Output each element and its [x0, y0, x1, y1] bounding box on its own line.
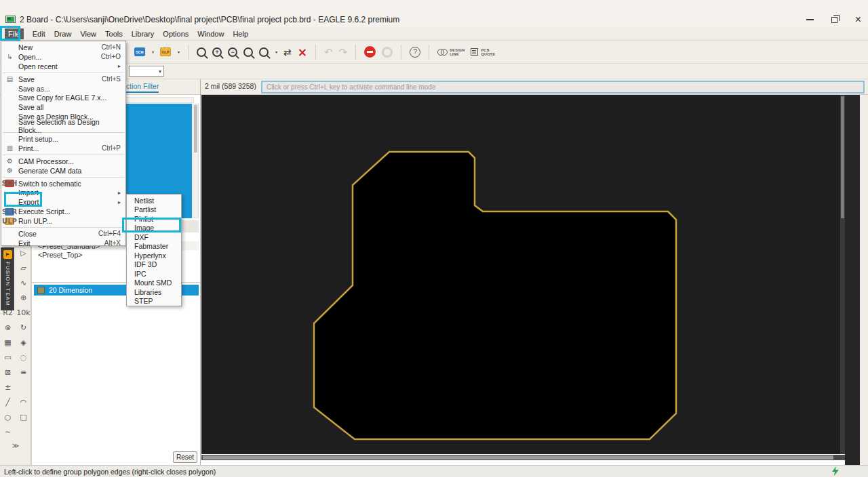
menu-item-import[interactable]: Import ▸ — [1, 188, 125, 197]
menu-item-export[interactable]: Export ▸ — [1, 197, 125, 207]
menubar-item-tools[interactable]: Tools — [105, 30, 123, 38]
tool-icon[interactable]: ⊠ — [0, 365, 16, 380]
ripup-icon[interactable]: × — [298, 45, 307, 59]
tool-icon[interactable]: ∼ — [0, 424, 16, 439]
submenu-item-pinlist[interactable]: Pinlist — [127, 214, 181, 224]
help-icon[interactable]: ? — [410, 47, 420, 58]
menu-bar: File Edit Draw View Tools Library Option… — [0, 27, 868, 41]
tool-icon[interactable]: ∿ — [16, 275, 31, 290]
tool-icon[interactable]: ◌ — [16, 350, 31, 365]
zoom-select-icon[interactable] — [243, 47, 253, 57]
tool-icon[interactable]: ⊕ — [16, 290, 31, 305]
submenu-item-libraries[interactable]: Libraries — [127, 287, 181, 297]
tool-icon[interactable]: ╱ — [0, 394, 16, 409]
restore-button-icon[interactable] — [831, 17, 837, 23]
tool-icon[interactable]: ⊗ — [0, 320, 16, 335]
submenu-item-image[interactable]: Image — [127, 224, 181, 233]
tool-icon[interactable]: ▱ — [16, 260, 31, 275]
menubar-item-options[interactable]: Options — [163, 30, 189, 38]
board-canvas[interactable] — [201, 95, 845, 454]
filter-scrollbar[interactable] — [193, 104, 199, 218]
ulp-button[interactable]: ULP — [160, 47, 171, 56]
refresh-icon[interactable]: ⇄ — [283, 47, 292, 58]
tool-icon[interactable]: ▭ — [0, 350, 16, 365]
menu-item-save-selection-design-block[interactable]: Save Selection as Design Block... — [1, 121, 125, 131]
design-link-button[interactable]: DESIGNLINK — [437, 48, 465, 56]
tool-icon[interactable]: ◠ — [16, 394, 31, 409]
script-icon: SCR — [5, 208, 14, 216]
menu-item-exit[interactable]: Exit Alt+X — [1, 239, 125, 248]
board-outline[interactable] — [314, 152, 676, 439]
board-drawing — [201, 95, 845, 454]
tool-icon[interactable]: ◈ — [16, 335, 31, 350]
close-button-icon[interactable]: × — [855, 15, 861, 24]
reset-button[interactable]: Reset — [173, 451, 197, 463]
submenu-item-idf3d[interactable]: IDF 3D — [127, 260, 181, 270]
tool-icon[interactable]: ↻ — [16, 320, 31, 335]
zoom-fit-icon[interactable] — [197, 47, 206, 57]
tool-icon[interactable]: ▦ — [0, 335, 16, 350]
tool-icon[interactable]: ○ — [0, 409, 16, 424]
tool-icon[interactable]: ± — [0, 380, 16, 394]
zoom-in-icon[interactable]: + — [212, 47, 222, 57]
autorouter-bolt-icon[interactable] — [831, 466, 840, 476]
tool-icon[interactable]: ≡ — [16, 365, 31, 380]
script-button[interactable]: SCR — [134, 47, 145, 56]
submenu-item-partlist[interactable]: Partlist — [127, 205, 181, 215]
submenu-item-netlist[interactable]: Netlist — [127, 196, 181, 205]
grid-dropdown[interactable]: ▾ — [129, 66, 164, 77]
submenu-item-ipc[interactable]: IPC — [127, 269, 181, 279]
canvas-vertical-scrollbar[interactable] — [840, 95, 845, 454]
tool-icon[interactable] — [16, 424, 31, 439]
menubar-item-file[interactable]: File — [5, 28, 24, 39]
tool-icon[interactable] — [16, 380, 31, 394]
submenu-item-step[interactable]: STEP — [127, 297, 181, 306]
undo-icon[interactable]: ↶ — [324, 46, 333, 58]
menu-item-open-recent[interactable]: Open recent ▸ — [1, 62, 125, 71]
zoom-out-icon[interactable]: − — [228, 47, 237, 57]
fusion-team-icon: F — [3, 250, 12, 259]
menu-item-print-setup[interactable]: Print setup... — [1, 134, 125, 144]
canvas-horizontal-scrollbar[interactable] — [201, 455, 845, 460]
chevron-down-icon: ▾ — [275, 49, 277, 54]
expand-tools-icon[interactable]: ≫ — [0, 442, 31, 449]
menu-item-save[interactable]: ▤ Save Ctrl+S — [1, 75, 125, 84]
menu-item-save-as[interactable]: Save as... — [1, 84, 125, 94]
tool-icon[interactable]: □ — [16, 409, 31, 424]
menubar-item-edit[interactable]: Edit — [33, 30, 45, 38]
menubar-item-window[interactable]: Window — [197, 30, 224, 38]
menubar-item-library[interactable]: Library — [132, 30, 155, 38]
menu-item-save-all[interactable]: Save all — [1, 102, 125, 112]
menu-item-generate-cam-data[interactable]: ⚙ Generate CAM data — [1, 166, 125, 176]
redo-icon[interactable]: ↷ — [339, 46, 348, 58]
menubar-item-draw[interactable]: Draw — [54, 30, 72, 38]
pcb-quote-button[interactable]: PCBQUOTE — [471, 48, 495, 56]
menu-separator — [3, 177, 124, 178]
toolbar-separator — [429, 45, 429, 60]
submenu-item-dxf[interactable]: DXF — [127, 232, 181, 242]
scrollbar-thumb[interactable] — [841, 96, 844, 218]
menubar-item-help[interactable]: Help — [233, 30, 248, 38]
zoom-redraw-icon[interactable] — [259, 47, 269, 57]
minimize-button-icon[interactable] — [806, 19, 814, 20]
export-submenu: Netlist Partlist Pinlist Image DXF Fabma… — [126, 194, 182, 306]
menu-item-print[interactable]: ▥ Print... Ctrl+P — [1, 144, 125, 153]
submenu-item-hyperlynx[interactable]: Hyperlynx — [127, 251, 181, 260]
menu-item-open[interactable]: ↳ Open... Ctrl+O — [1, 52, 125, 62]
menu-item-run-ulp[interactable]: ULP Run ULP... — [1, 216, 125, 226]
menubar-item-view[interactable]: View — [80, 30, 96, 38]
menu-item-execute-script[interactable]: SCR Execute Script... — [1, 207, 125, 216]
menu-item-close[interactable]: Close Ctrl+F4 — [1, 229, 125, 239]
tool-icon[interactable]: 10k — [16, 305, 31, 320]
scrollbar-thumb[interactable] — [203, 455, 833, 460]
submenu-item-fabmaster[interactable]: Fabmaster — [127, 242, 181, 251]
command-line-input[interactable] — [261, 81, 865, 94]
submenu-item-mount-smd[interactable]: Mount SMD — [127, 279, 181, 288]
stop-icon[interactable] — [364, 46, 376, 58]
scrollbar-thumb[interactable] — [194, 105, 197, 152]
tab-fusion-team[interactable]: F FUSION TEAM — [1, 247, 14, 310]
menu-item-save-copy[interactable]: Save Copy for EAGLE 7.x... — [1, 93, 125, 102]
menu-item-switch-to-schematic[interactable]: SCH Switch to schematic — [1, 179, 125, 188]
menu-item-new[interactable]: New Ctrl+N — [1, 43, 125, 52]
menu-item-cam-processor[interactable]: ⚙ CAM Processor... — [1, 157, 125, 166]
